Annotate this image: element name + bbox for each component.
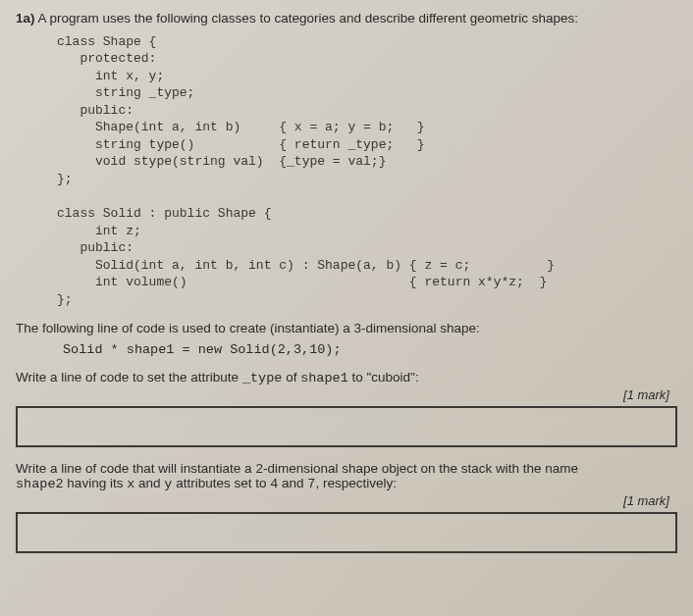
prompt-2: Write a line of code that will instantia…: [16, 461, 677, 491]
instantiate-code-line: Solid * shape1 = new Solid(2,3,10);: [63, 341, 677, 359]
mark-label-2: [1 mark]: [16, 493, 677, 508]
prompt-1: Write a line of code to set the attribut…: [16, 370, 677, 385]
question-number: 1a): [16, 11, 35, 26]
prompt2-post: , respectively:: [315, 476, 397, 490]
question-text: A program uses the following classes to …: [35, 11, 579, 26]
prompt2-mid2: and: [134, 476, 164, 490]
prompt1-code-b: shape1: [300, 371, 348, 385]
answer-box-2[interactable]: [16, 512, 677, 553]
prompt1-mid: of: [282, 370, 300, 385]
code-block-classes: class Shape { protected: int x, y; strin…: [57, 33, 677, 309]
answer-box-1[interactable]: [16, 406, 677, 447]
prompt2-line2: shape2 having its x and y attributes set…: [16, 476, 677, 491]
question-header: 1a) A program uses the following classes…: [16, 10, 677, 27]
mark-label-1: [1 mark]: [16, 387, 677, 402]
prompt1-post: to "cuboid":: [348, 370, 419, 385]
prompt2-mid3: attributes set to: [172, 476, 270, 490]
prompt1-pre: Write a line of code to set the attribut…: [16, 370, 242, 385]
prompt2-line1: Write a line of code that will instantia…: [16, 461, 677, 476]
prompt2-mid4: and: [278, 476, 307, 490]
prompt2-mid: having its: [64, 476, 128, 490]
prompt2-code-a: shape2: [16, 477, 64, 491]
prompt1-code-a: _type: [242, 371, 283, 385]
instantiate-paragraph: The following line of code is used to cr…: [16, 320, 677, 337]
